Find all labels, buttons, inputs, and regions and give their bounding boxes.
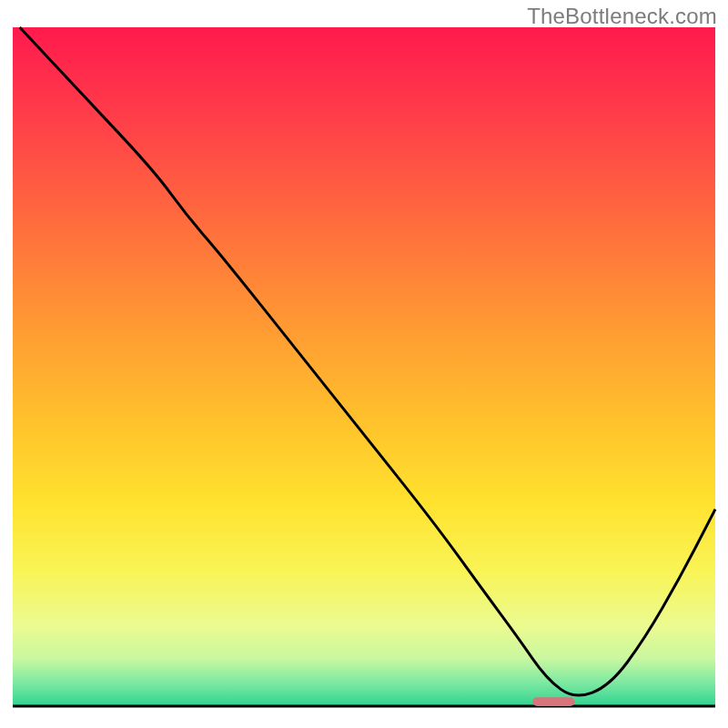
optimal-marker [532, 697, 574, 706]
bottleneck-chart [0, 0, 728, 728]
chart-container: TheBottleneck.com [0, 0, 728, 728]
plot-background [13, 27, 715, 706]
